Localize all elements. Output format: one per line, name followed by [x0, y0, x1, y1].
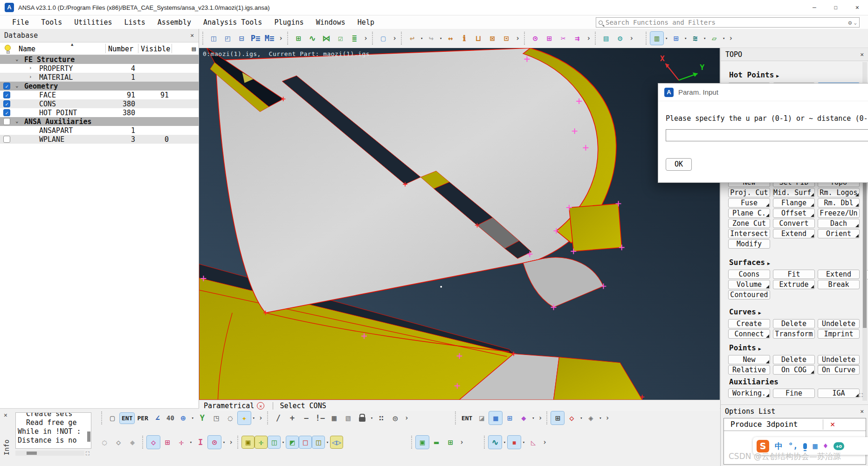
redo-icon[interactable]: ↪: [425, 32, 438, 45]
btn-zone-cut[interactable]: Zone Cut: [728, 219, 770, 228]
maximize-button[interactable]: ☐: [825, 0, 847, 15]
working-plane-dropdown-icon[interactable]: ▾: [722, 36, 726, 41]
angle-value-icon[interactable]: 40: [165, 414, 176, 422]
sort-asc-icon[interactable]: ▲: [71, 42, 73, 47]
focus-brush-dropdown-icon[interactable]: ▾: [252, 416, 256, 420]
solid-cube-icon[interactable]: ◆: [126, 436, 139, 449]
visibility-bulb-icon[interactable]: [5, 45, 11, 51]
tree-row-property[interactable]: ›PROPERTY4: [0, 64, 199, 73]
group-more-icon[interactable]: ›: [629, 34, 634, 42]
checks-clipboard-icon[interactable]: ☑: [334, 32, 347, 45]
param-input-field[interactable]: [666, 129, 868, 141]
btn-fine[interactable]: Fine: [773, 389, 815, 398]
wire-cube-red-dropdown-icon[interactable]: ▾: [579, 416, 583, 420]
menu-utilities[interactable]: Utilities: [74, 18, 112, 27]
database-browser-icon[interactable]: ⊟: [235, 32, 248, 45]
new-window-icon[interactable]: ⊞: [292, 32, 305, 45]
grid-cube-icon[interactable]: ⊞: [551, 411, 564, 424]
group-more-icon[interactable]: ›: [460, 438, 464, 446]
search-box[interactable]: Search Functions and Filters ⚙ ⌄: [596, 17, 860, 28]
checked-checkbox[interactable]: ✓: [3, 83, 10, 90]
entity-params-cube-dropdown-icon[interactable]: ▾: [598, 416, 602, 420]
group-more-icon[interactable]: ›: [729, 34, 733, 42]
hidden-line-icon[interactable]: ◪: [475, 411, 488, 424]
btn-new[interactable]: New: [728, 355, 770, 364]
panel-expand-icon[interactable]: ⛶: [859, 392, 865, 398]
btn-coons[interactable]: Coons: [728, 270, 770, 279]
datum-plane-icon[interactable]: ◺: [527, 436, 540, 449]
measure-icon[interactable]: ↔: [444, 32, 457, 45]
mirror-faces-icon[interactable]: ◁▷: [331, 436, 343, 448]
column-name[interactable]: Name: [19, 45, 35, 53]
curve-with-points-icon[interactable]: ∿: [489, 436, 502, 449]
tree-row-ansa-auxiliaries[interactable]: ⌄ANSA Auxiliaries: [0, 117, 199, 126]
menu-windows[interactable]: Windows: [316, 18, 345, 27]
btn-relative[interactable]: Relative: [728, 365, 770, 375]
entity-params-cube-icon[interactable]: ◈: [584, 411, 597, 424]
parts-blocks-icon[interactable]: ◰: [221, 32, 234, 45]
btn-plane-c-[interactable]: Plane C.: [728, 209, 770, 218]
punctuation-mode-icon[interactable]: °,: [788, 441, 798, 451]
pid-list-icon[interactable]: P≡: [249, 32, 262, 45]
menu-lists[interactable]: Lists: [124, 18, 145, 27]
btn-delete[interactable]: Delete: [773, 355, 815, 364]
close-button[interactable]: ✕: [847, 0, 868, 15]
iso-windows-icon[interactable]: ⊞: [503, 411, 516, 424]
wire-cube-red-icon[interactable]: ◇: [565, 411, 578, 424]
bolt-hexagon-icon[interactable]: ⊙: [529, 32, 542, 45]
feature-angle-icon[interactable]: ∠: [151, 411, 164, 424]
btn-on-cog[interactable]: On COG: [773, 365, 815, 375]
add-mass-points-icon[interactable]: ✛: [175, 436, 188, 449]
btn-volume[interactable]: Volume: [728, 280, 770, 289]
info-entity-icon[interactable]: ℹ: [458, 32, 471, 45]
connections-table-icon[interactable]: ⊞: [543, 32, 556, 45]
ent-display-icon[interactable]: ENT: [460, 413, 474, 424]
menu-file[interactable]: File: [12, 18, 29, 27]
btn-offset[interactable]: Offset: [773, 209, 815, 218]
mixed-entities-icon[interactable]: ▧: [342, 411, 355, 424]
point-marker-icon[interactable]: ▪: [508, 436, 521, 449]
face-split-icon[interactable]: ◫: [268, 436, 280, 448]
chinese-mode-icon[interactable]: 中: [775, 441, 783, 452]
group-more-icon[interactable]: ›: [364, 34, 368, 42]
settings-calculator-icon[interactable]: ⚙: [613, 32, 627, 45]
remove-option-icon[interactable]: ✕: [830, 419, 835, 429]
section-hot-points[interactable]: Hot Points▶: [729, 70, 779, 79]
group-more-icon[interactable]: ›: [538, 414, 542, 422]
btn-break[interactable]: Break: [818, 280, 860, 289]
snap-target-dropdown-icon[interactable]: ▾: [191, 416, 195, 420]
btn-undelete[interactable]: Undelete: [818, 355, 860, 364]
btn-orient[interactable]: Orient: [818, 229, 860, 238]
marquee-select-icon[interactable]: ▢: [106, 411, 119, 424]
minimize-button[interactable]: —: [804, 0, 825, 15]
cross-section-grid-icon[interactable]: ⊞: [161, 436, 174, 449]
btn-imprint[interactable]: Imprint: [818, 329, 860, 339]
quality-shading-icon[interactable]: ◆: [517, 411, 530, 424]
tree-row-fe-structure[interactable]: ⌄FE Structure: [0, 55, 199, 64]
param-input-dialog[interactable]: A Param. Input Please specify the u par …: [658, 83, 868, 183]
search-input[interactable]: Search Functions and Filters: [606, 19, 848, 26]
database-table-header[interactable]: Name ▲ Number Visible ▤: [0, 42, 199, 55]
hide-minus-icon[interactable]: −: [300, 411, 313, 424]
checked-checkbox[interactable]: ✓: [3, 91, 10, 98]
pid-wire-cube-icon[interactable]: ◇: [147, 436, 160, 449]
face-red-edge-icon[interactable]: □: [299, 436, 311, 448]
face-vertical-split-dropdown-icon[interactable]: ▾: [325, 440, 330, 445]
group-more-icon[interactable]: ›: [259, 414, 263, 422]
chevron-right-icon[interactable]: ›: [29, 74, 32, 80]
column-visible[interactable]: Visible: [141, 45, 170, 53]
group-more-icon[interactable]: ›: [516, 34, 520, 42]
lasso-pick-icon[interactable]: ◌: [224, 411, 237, 424]
working-plane-icon[interactable]: ▱: [708, 32, 721, 45]
face-midpoint-icon[interactable]: ✛: [255, 436, 267, 448]
not-filter-icon[interactable]: !−: [314, 411, 327, 424]
notes-pad-icon[interactable]: ▤: [599, 32, 613, 45]
hexagon-nut-dropdown-icon[interactable]: ▾: [222, 440, 226, 445]
info-close-icon[interactable]: ✕: [4, 411, 7, 418]
menu-tools[interactable]: Tools: [41, 18, 62, 27]
wire-cube-icon[interactable]: ◇: [112, 436, 125, 449]
curve-with-points-dropdown-icon[interactable]: ▾: [503, 440, 507, 445]
viewport-3d[interactable]: 0:maozi(1).igs, Current Part: maozi(1).i…: [199, 48, 720, 400]
search-dropdown-icon[interactable]: ⌄: [854, 20, 857, 26]
ent-mode-icon[interactable]: ENT: [120, 413, 134, 424]
